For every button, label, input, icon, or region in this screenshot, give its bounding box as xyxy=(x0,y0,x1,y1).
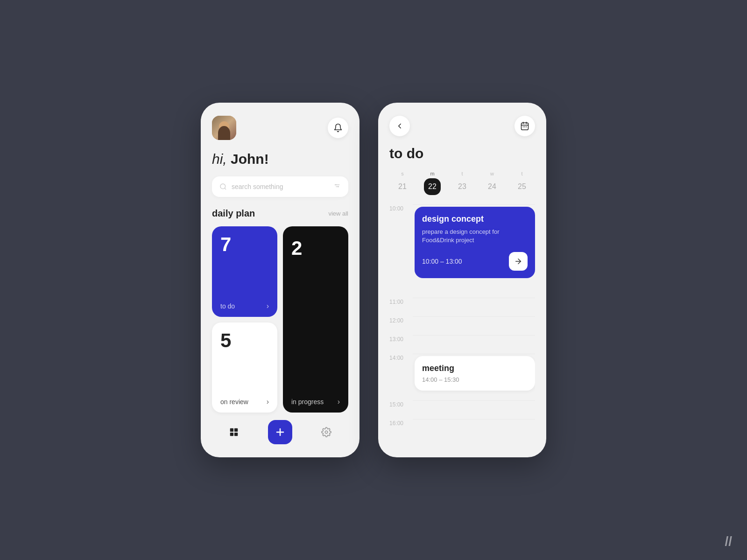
view-all-link[interactable]: view all xyxy=(328,210,348,217)
event-footer-design: 10:00 – 13:00 xyxy=(422,252,528,271)
event-arrow-button-design[interactable] xyxy=(509,252,528,271)
time-label-10: 10:00 xyxy=(389,204,413,212)
day-letter-thu: t xyxy=(521,171,522,176)
time-content-12 xyxy=(413,316,535,335)
time-content-10: design concept prepare a design concept … xyxy=(413,204,535,298)
card-todo-number: 7 xyxy=(220,235,269,254)
day-letter-wed: w xyxy=(490,171,494,176)
time-row-11: 11:00 xyxy=(389,298,535,316)
time-label-12: 12:00 xyxy=(389,316,413,324)
card-onreview-arrow: › xyxy=(267,398,269,406)
phone-2: to do s 21 m 22 t 23 w 24 xyxy=(378,103,546,457)
time-label-15: 15:00 xyxy=(389,400,413,408)
svg-point-0 xyxy=(220,184,226,189)
grid-icon xyxy=(229,427,239,437)
svg-point-6 xyxy=(338,186,339,188)
time-content-16 xyxy=(413,419,535,428)
time-row-16: 16:00 xyxy=(389,419,535,428)
cards-grid: 7 to do › 2 in progress › xyxy=(212,226,348,413)
card-inprogress-number: 2 xyxy=(291,238,340,258)
plus-icon xyxy=(275,427,286,438)
section-header: daily plan view all xyxy=(212,208,348,219)
day-number-wed: 24 xyxy=(484,178,500,195)
filter-icon xyxy=(333,183,341,190)
section-title: daily plan xyxy=(212,208,255,219)
day-item-wed[interactable]: w 24 xyxy=(479,171,505,195)
calendar-button[interactable] xyxy=(514,116,535,136)
back-button[interactable] xyxy=(389,116,410,136)
day-letter-mon: m xyxy=(430,171,434,176)
svg-point-13 xyxy=(325,431,328,434)
svg-rect-10 xyxy=(234,433,238,436)
time-row-12: 12:00 xyxy=(389,316,535,335)
greeting-name: John! xyxy=(231,151,269,167)
time-label-13: 13:00 xyxy=(389,335,413,343)
day-letter-tue: t xyxy=(461,171,463,176)
svg-rect-7 xyxy=(230,428,233,432)
bottom-nav xyxy=(212,413,348,448)
search-placeholder: search something xyxy=(232,183,329,190)
card-inprogress-arrow: › xyxy=(338,398,340,406)
time-row-15: 15:00 xyxy=(389,400,535,419)
card-onreview[interactable]: 5 on review › xyxy=(212,322,277,413)
event-title-meeting: meeting xyxy=(422,364,528,373)
arrow-right-icon xyxy=(514,257,522,266)
card-todo[interactable]: 7 to do › xyxy=(212,226,277,317)
settings-nav-button[interactable] xyxy=(316,422,337,442)
phone-1: hi, John! search something daily plan vi… xyxy=(201,103,359,457)
timeline: 10:00 design concept prepare a design co… xyxy=(389,204,535,448)
search-bar[interactable]: search something xyxy=(212,176,348,197)
week-strip: s 21 m 22 t 23 w 24 t 25 xyxy=(389,171,535,195)
day-number-thu: 25 xyxy=(514,178,530,195)
card-inprogress-label: in progress xyxy=(291,398,324,406)
screens-container: hi, John! search something daily plan vi… xyxy=(201,103,546,457)
event-time-design: 10:00 – 13:00 xyxy=(422,258,462,265)
event-title-design: design concept xyxy=(422,214,528,224)
time-row-13: 13:00 xyxy=(389,335,535,354)
svg-point-5 xyxy=(335,184,337,186)
time-content-13 xyxy=(413,335,535,354)
event-design-concept[interactable]: design concept prepare a design concept … xyxy=(415,207,535,278)
page-title: to do xyxy=(389,146,535,161)
day-item-mon[interactable]: m 22 xyxy=(419,171,445,195)
settings-icon xyxy=(321,427,331,437)
svg-rect-9 xyxy=(230,433,233,436)
card-onreview-label: on review xyxy=(220,398,248,406)
add-button[interactable] xyxy=(268,420,292,444)
card-inprogress[interactable]: 2 in progress › xyxy=(283,226,348,413)
event-desc-design: prepare a design concept for Food&Drink … xyxy=(422,228,528,245)
bell-button[interactable] xyxy=(328,118,348,138)
svg-rect-8 xyxy=(234,428,238,432)
greeting: hi, John! xyxy=(212,151,348,167)
event-meeting[interactable]: meeting 14:00 – 15:30 xyxy=(415,356,535,391)
day-number-mon: 22 xyxy=(424,178,441,195)
card-todo-label: to do xyxy=(220,302,235,310)
day-number-sun: 21 xyxy=(394,178,411,195)
time-content-15 xyxy=(413,400,535,419)
time-row-10: 10:00 design concept prepare a design co… xyxy=(389,204,535,298)
time-label-14: 14:00 xyxy=(389,354,413,361)
grid-nav-button[interactable] xyxy=(224,422,244,442)
calendar-icon xyxy=(520,121,529,131)
time-label-16: 16:00 xyxy=(389,419,413,427)
time-label-11: 11:00 xyxy=(389,298,413,305)
day-item-sun[interactable]: s 21 xyxy=(389,171,416,195)
card-todo-arrow: › xyxy=(267,302,269,310)
greeting-hi: hi, xyxy=(212,151,227,167)
phone2-header xyxy=(389,116,535,136)
event-time-meeting: 14:00 – 15:30 xyxy=(422,376,528,383)
search-icon xyxy=(219,183,227,190)
back-icon xyxy=(395,122,404,130)
svg-line-1 xyxy=(225,188,226,189)
phone1-header xyxy=(212,116,348,140)
day-number-tue: 23 xyxy=(454,178,471,195)
time-content-11 xyxy=(413,298,535,316)
day-item-thu[interactable]: t 25 xyxy=(509,171,535,195)
branding: // xyxy=(725,534,732,549)
day-item-tue[interactable]: t 23 xyxy=(449,171,475,195)
day-letter-sun: s xyxy=(401,171,404,176)
card-onreview-number: 5 xyxy=(220,331,269,350)
time-content-14: meeting 14:00 – 15:30 xyxy=(413,354,535,400)
time-row-14: 14:00 meeting 14:00 – 15:30 xyxy=(389,354,535,400)
avatar xyxy=(212,116,236,140)
